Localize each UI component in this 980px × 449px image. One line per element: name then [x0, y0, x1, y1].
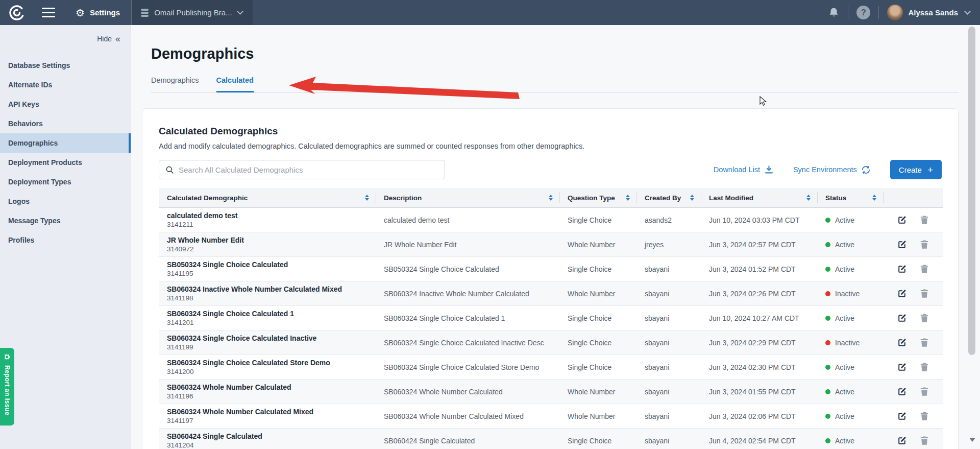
table-row[interactable]: JR Whole Number Edit 3140972 JR Whole Nu…	[159, 232, 943, 257]
sidebar-item-message-types[interactable]: Message Types	[0, 211, 131, 230]
edit-icon[interactable]	[897, 289, 907, 299]
edit-icon[interactable]	[897, 264, 907, 274]
column-header-label: Last Modified	[709, 194, 753, 202]
sidebar-item-deployment-products[interactable]: Deployment Products	[0, 153, 131, 172]
scrollbar-down-arrow[interactable]	[969, 438, 975, 442]
edit-icon[interactable]	[897, 240, 907, 250]
delete-icon[interactable]	[920, 387, 929, 396]
sort-icon[interactable]	[365, 195, 369, 201]
delete-icon[interactable]	[920, 215, 929, 225]
search-box[interactable]	[159, 160, 445, 179]
menu-hamburger-icon[interactable]	[42, 8, 55, 17]
table-header-row: Calculated Demographic Description Quest…	[159, 188, 943, 208]
cell-last-modified: Jun 10, 2024 10:27 AM CDT	[701, 314, 817, 322]
cell-description: SB060324 Whole Number Calculated	[376, 388, 559, 396]
create-label: Create	[899, 166, 922, 174]
table-row[interactable]: SB060324 Single Choice Calculated 1 3141…	[159, 306, 943, 330]
delete-icon[interactable]	[920, 411, 929, 421]
status-dot	[825, 389, 830, 394]
table-row[interactable]: SB060324 Whole Number Calculated 3141196…	[159, 380, 943, 404]
sidebar-hide-button[interactable]: Hide «	[0, 25, 131, 43]
sidebar-item-database-settings[interactable]: Database Settings	[0, 56, 131, 75]
delete-icon[interactable]	[920, 436, 929, 445]
column-header-label: Description	[384, 194, 422, 202]
main-content: Demographics DemographicsCalculated Calc…	[131, 25, 980, 449]
delete-icon[interactable]	[920, 338, 929, 347]
help-icon[interactable]: ?	[856, 6, 870, 19]
cell-last-modified: Jun 10, 2024 03:03 PM CDT	[701, 216, 817, 224]
cell-created-by: sbayani	[636, 363, 701, 371]
delete-icon[interactable]	[920, 240, 929, 249]
cell-status: Inactive	[817, 290, 883, 298]
vertical-scrollbar[interactable]	[968, 27, 975, 355]
sidebar-item-profiles[interactable]: Profiles	[0, 230, 131, 250]
delete-icon[interactable]	[920, 362, 929, 372]
cell-status: Inactive	[817, 339, 883, 347]
column-header-question-type[interactable]: Question Type	[559, 188, 636, 207]
demographic-id: 3140972	[167, 245, 368, 253]
sidebar-nav: Database Settings Alternate IDs API Keys…	[0, 56, 131, 250]
delete-icon[interactable]	[920, 313, 929, 323]
demographic-name: calculated demo test	[167, 211, 368, 220]
edit-icon[interactable]	[897, 387, 907, 397]
demographic-name: JR Whole Number Edit	[167, 236, 368, 244]
edit-icon[interactable]	[897, 411, 907, 421]
column-header-calculated-demographic[interactable]: Calculated Demographic	[159, 188, 376, 207]
search-input[interactable]	[179, 166, 438, 174]
edit-icon[interactable]	[897, 436, 907, 446]
demographic-name: SB060324 Whole Number Calculated Mixed	[167, 408, 368, 416]
sidebar-item-logos[interactable]: Logos	[0, 192, 131, 211]
table-row[interactable]: SB060424 Single Calculated 3141204 SB060…	[159, 429, 943, 449]
tab-calculated[interactable]: Calculated	[216, 76, 254, 92]
table-row[interactable]: SB060324 Whole Number Calculated Mixed 3…	[159, 404, 943, 429]
sidebar-item-alternate-ids[interactable]: Alternate IDs	[0, 75, 131, 94]
cell-calculated-demographic: SB060324 Single Choice Calculated Inacti…	[159, 334, 376, 351]
column-header-status[interactable]: Status	[817, 188, 883, 207]
sync-icon	[861, 165, 871, 175]
column-header-last-modified[interactable]: Last Modified	[701, 188, 817, 207]
status-label: Inactive	[835, 339, 860, 347]
sort-icon[interactable]	[626, 195, 630, 201]
table-row[interactable]: SB060324 Single Choice Calculated Store …	[159, 355, 943, 380]
tab-demographics[interactable]: Demographics	[151, 76, 199, 92]
cell-calculated-demographic: SB060324 Single Choice Calculated 1 3141…	[159, 310, 376, 326]
user-avatar[interactable]	[887, 5, 903, 20]
app-logo-icon[interactable]	[7, 3, 27, 22]
download-list-button[interactable]: Download List	[714, 165, 774, 175]
edit-icon[interactable]	[897, 338, 907, 348]
cell-created-by: sbayani	[636, 339, 701, 347]
table-row[interactable]: calculated demo test 3141211 calculated …	[159, 208, 943, 232]
user-chevron-down-icon[interactable]	[964, 8, 971, 15]
sidebar-item-label: Alternate IDs	[8, 81, 52, 89]
sort-icon[interactable]	[806, 195, 811, 201]
sidebar-item-demographics[interactable]: Demographics	[0, 133, 131, 153]
sidebar-item-api-keys[interactable]: API Keys	[0, 94, 131, 114]
settings-nav[interactable]: ⚙ Settings	[76, 8, 120, 18]
column-header-description[interactable]: Description	[376, 188, 559, 207]
sync-environments-button[interactable]: Sync Environments	[793, 165, 871, 175]
table-row[interactable]: SB060324 Single Choice Calculated Inacti…	[159, 330, 943, 355]
cell-actions	[883, 289, 943, 299]
cell-question-type: Single Choice	[559, 363, 636, 371]
notifications-bell-icon[interactable]	[828, 7, 840, 18]
report-an-issue-button[interactable]: Report an Issue	[0, 348, 14, 426]
edit-icon[interactable]	[897, 362, 907, 372]
edit-icon[interactable]	[897, 313, 907, 323]
cell-status: Active	[817, 314, 883, 322]
column-header-created-by[interactable]: Created By	[636, 188, 701, 207]
create-button[interactable]: Create +	[890, 160, 942, 179]
status-label: Inactive	[835, 290, 860, 298]
sort-icon[interactable]	[872, 195, 876, 201]
brand-selector[interactable]: Omail Publishing Bra...	[131, 0, 253, 25]
sidebar-item-behaviors[interactable]: Behaviors	[0, 114, 131, 133]
edit-icon[interactable]	[897, 215, 907, 225]
sidebar-item-deployment-types[interactable]: Deployment Types	[0, 172, 131, 192]
sort-icon[interactable]	[690, 195, 694, 201]
delete-icon[interactable]	[920, 289, 929, 298]
status-label: Active	[835, 241, 854, 249]
collapse-icon: «	[115, 34, 120, 43]
table-row[interactable]: SB060324 Inactive Whole Number Calculate…	[159, 281, 943, 306]
table-row[interactable]: SB050324 Single Choice Calculated 314119…	[159, 257, 943, 281]
delete-icon[interactable]	[920, 264, 929, 274]
sort-icon[interactable]	[549, 195, 553, 201]
